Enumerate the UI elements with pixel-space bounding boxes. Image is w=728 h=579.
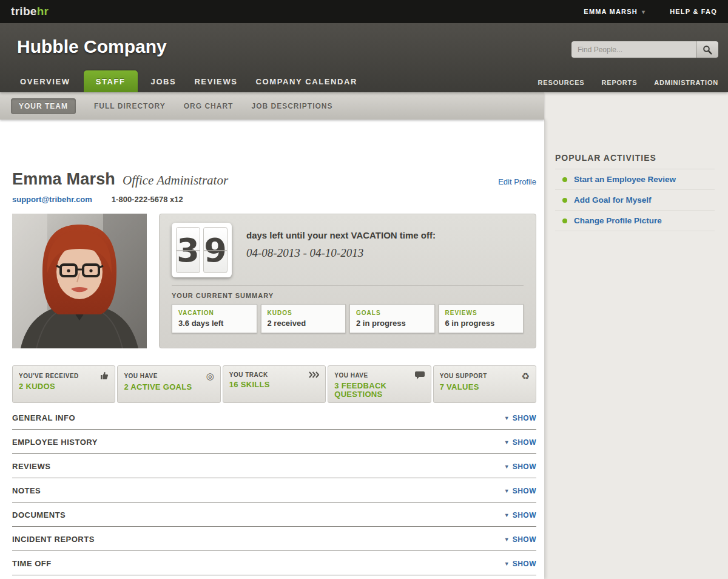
edit-profile-link[interactable]: Edit Profile	[498, 177, 536, 186]
nav-item-resources[interactable]: RESOURCES	[538, 79, 585, 86]
help-faq-link[interactable]: HELP & FAQ	[670, 8, 717, 15]
subnav-item-your-team[interactable]: YOUR TEAM	[11, 98, 76, 114]
nav-item-reports[interactable]: REPORTS	[602, 79, 638, 86]
nav-item-administration[interactable]: ADMINISTRATION	[654, 79, 718, 86]
stat-card-values[interactable]: YOU SUPPORT ♻ 7 VALUES	[433, 365, 536, 403]
accordion-section-employee-history: EMPLOYEE HISTORY ▼ SHOW	[12, 430, 536, 454]
stat-card-prefix: YOU'VE RECEIVED	[19, 373, 79, 379]
stat-cards: YOU'VE RECEIVED 2 KUDOS YOU HAVE ◎ 2 ACT…	[12, 365, 536, 403]
summary-stat-goals: GOALS 2 in progress	[349, 304, 435, 333]
summary-stat-label: REVIEWS	[445, 310, 517, 316]
activity-link-label: Change Profile Picture	[574, 216, 662, 225]
stat-card-prefix: YOU HAVE	[124, 373, 158, 379]
tribehr-logo[interactable]: tribehr	[11, 5, 49, 18]
show-toggle[interactable]: ▼ SHOW	[504, 535, 536, 544]
activity-link-add-goal[interactable]: Add Goal for Myself	[555, 190, 715, 211]
show-label: SHOW	[513, 511, 536, 520]
stat-card-kudos[interactable]: YOU'VE RECEIVED 2 KUDOS	[12, 365, 115, 403]
vacation-top: 3 9 days left until your next VACATION t…	[172, 223, 524, 277]
show-label: SHOW	[513, 487, 536, 495]
stat-card-prefix: YOU TRACK	[229, 371, 268, 378]
accordion-section-incident-reports: INCIDENT REPORTS ▼ SHOW	[12, 527, 536, 551]
caret-down-icon: ▼	[504, 561, 510, 567]
stat-card-skills[interactable]: YOU TRACK 16 SKILLS	[223, 365, 326, 403]
nav-tab-company-calendar[interactable]: COMPANY CALENDAR	[247, 72, 366, 92]
activity-link-change-picture[interactable]: Change Profile Picture	[555, 211, 715, 231]
accordion-section-label: REVIEWS	[12, 462, 50, 471]
accordion-section-label: DOCUMENTS	[12, 510, 66, 520]
accordion-section-time-off: TIME OFF ▼ SHOW	[12, 551, 536, 575]
accordion-section-notes: NOTES ▼ SHOW	[12, 478, 536, 503]
logo-text-tribe: tribe	[11, 5, 37, 18]
stat-card-prefix: YOU HAVE	[334, 372, 368, 379]
page: tribehr EMMA MARSH ▾ HELP & FAQ Hubble C…	[0, 0, 728, 579]
nav-tab-overview[interactable]: OVERVIEW	[11, 72, 79, 92]
caret-down-icon: ▼	[504, 415, 510, 421]
accordion: GENERAL INFO ▼ SHOW EMPLOYEE HISTORY ▼ S…	[12, 405, 536, 575]
vacation-message: days left until your next VACATION time …	[246, 230, 436, 240]
profile-header: Emma Marsh Office Administrator Edit Pro…	[12, 170, 536, 189]
main-nav: OVERVIEW STAFF JOBS REVIEWS COMPANY CALE…	[11, 70, 366, 92]
stat-card-value: 7 VALUES	[440, 383, 530, 391]
bullet-icon	[562, 198, 567, 203]
accordion-section-label: NOTES	[12, 486, 41, 495]
summary-stat-kudos: KUDOS 2 received	[261, 304, 346, 333]
activity-link-start-review[interactable]: Start an Employee Review	[555, 169, 715, 190]
accordion-section-label: INCIDENT REPORTS	[12, 535, 95, 544]
stat-card-top: YOU HAVE ◎	[124, 371, 214, 381]
vacation-text: days left until your next VACATION time …	[246, 223, 436, 260]
summary-stat-label: VACATION	[178, 310, 251, 316]
profile-photo-illustration	[12, 214, 147, 348]
flip-digit-tens: 3	[176, 227, 200, 273]
show-toggle[interactable]: ▼ SHOW	[504, 511, 536, 520]
show-label: SHOW	[513, 414, 536, 422]
thumbs-up-icon	[100, 371, 109, 380]
activity-link-label: Add Goal for Myself	[574, 195, 652, 205]
flip-digit-ones: 9	[203, 227, 228, 273]
show-toggle[interactable]: ▼ SHOW	[504, 487, 536, 495]
subnav-item-job-descriptions[interactable]: JOB DESCRIPTIONS	[251, 102, 332, 110]
summary-stat-value: 3.6 days left	[178, 319, 251, 328]
popular-activities-heading: POPULAR ACTIVITIES	[555, 153, 715, 169]
summary-heading: YOUR CURRENT SUMMARY	[172, 285, 524, 299]
stat-card-top: YOU TRACK	[229, 371, 319, 378]
fast-forward-icon	[309, 371, 319, 378]
accordion-section-documents: DOCUMENTS ▼ SHOW	[12, 503, 536, 527]
stat-card-top: YOU'VE RECEIVED	[19, 371, 109, 380]
contact-row: support@tribehr.com 1-800-222-5678 x12	[12, 195, 536, 204]
show-toggle[interactable]: ▼ SHOW	[504, 438, 536, 447]
accordion-section-label: GENERAL INFO	[12, 413, 75, 422]
show-toggle[interactable]: ▼ SHOW	[504, 414, 536, 422]
stat-card-feedback[interactable]: YOU HAVE 3 FEEDBACK QUESTIONS	[328, 365, 431, 403]
activity-link-label: Start an Employee Review	[574, 175, 676, 184]
profile-photo	[12, 214, 147, 348]
show-label: SHOW	[513, 438, 536, 447]
show-toggle[interactable]: ▼ SHOW	[504, 462, 536, 471]
stat-card-top: YOU HAVE	[334, 371, 424, 379]
subnav-item-org-chart[interactable]: ORG CHART	[184, 102, 234, 110]
accordion-section-label: EMPLOYEE HISTORY	[12, 438, 98, 447]
user-menu[interactable]: EMMA MARSH ▾	[584, 8, 645, 15]
profile-body: 3 9 days left until your next VACATION t…	[12, 214, 536, 348]
stat-card-top: YOU SUPPORT ♻	[440, 371, 530, 381]
caret-down-icon: ▾	[642, 8, 645, 15]
nav-tab-reviews[interactable]: REVIEWS	[185, 72, 246, 92]
search-button[interactable]	[696, 41, 718, 58]
user-menu-label: EMMA MARSH	[584, 8, 638, 15]
stat-card-value: 3 FEEDBACK QUESTIONS	[334, 382, 424, 399]
summary-stat-value: 2 received	[268, 319, 340, 328]
show-toggle[interactable]: ▼ SHOW	[504, 560, 536, 568]
nav-tab-staff[interactable]: STAFF	[84, 70, 138, 92]
caret-down-icon: ▼	[504, 512, 510, 518]
search-input[interactable]	[571, 41, 696, 58]
nav-tab-jobs[interactable]: JOBS	[142, 72, 186, 92]
company-name: Hubble Company	[17, 36, 167, 57]
flip-clock: 3 9	[172, 223, 232, 277]
stat-card-goals[interactable]: YOU HAVE ◎ 2 ACTIVE GOALS	[117, 365, 220, 403]
logo-text-hr: hr	[37, 5, 49, 18]
employee-job-title: Office Administrator	[123, 173, 228, 188]
search-icon	[703, 45, 712, 55]
search-bar	[571, 41, 718, 58]
email-link[interactable]: support@tribehr.com	[12, 195, 92, 204]
subnav-item-full-directory[interactable]: FULL DIRECTORY	[94, 102, 166, 110]
